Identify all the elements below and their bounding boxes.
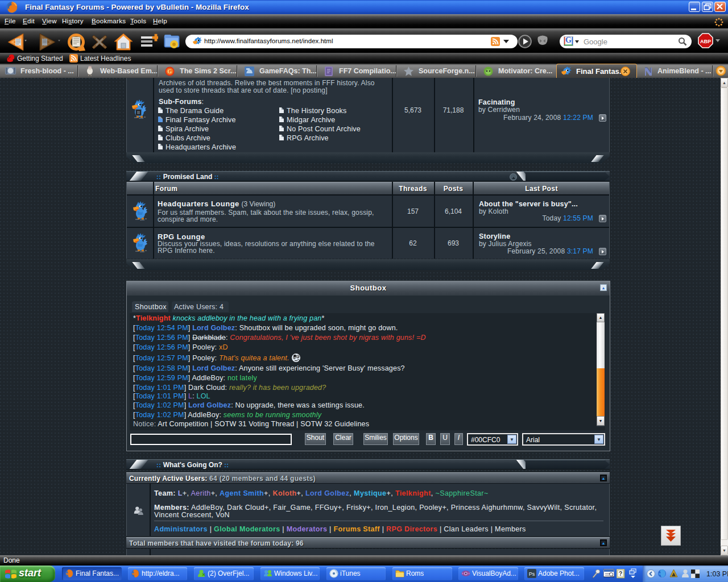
svg-text:G: G <box>168 68 172 74</box>
svg-text:ABP: ABP <box>700 39 711 44</box>
svg-text:Ps: Ps <box>529 571 535 577</box>
svg-text:66: 66 <box>88 66 92 69</box>
svg-text:?: ? <box>619 571 622 577</box>
